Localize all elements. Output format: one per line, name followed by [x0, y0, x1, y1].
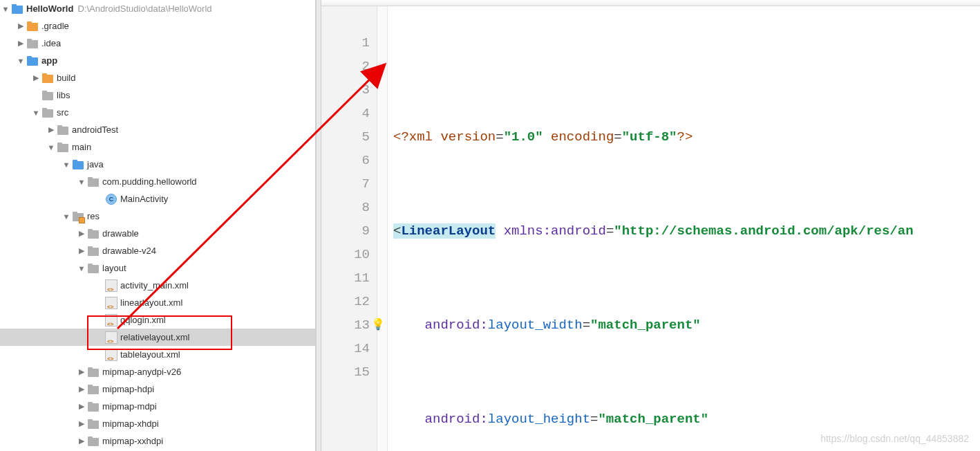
tree-item[interactable]: ▶tablelayout.xml [0, 346, 315, 363]
tree-item-label: androidTest [72, 125, 118, 135]
tree-item[interactable]: ▶build [0, 69, 315, 86]
editor-tab-strip [321, 0, 980, 6]
collapse-icon[interactable]: ▼ [61, 160, 72, 169]
svg-rect-19 [73, 160, 77, 163]
tree-item-label: linearlayout.xml [120, 297, 182, 308]
tree-item-label: .idea [41, 38, 61, 48]
svg-rect-39 [88, 436, 93, 439]
tree-item[interactable]: ▶mipmap-xxhdpi [0, 432, 315, 450]
tree-root-row[interactable]: ▼ HelloWorld D:\AndroidStudio\data\Hello… [0, 0, 315, 17]
expand-icon[interactable]: ▼ [0, 5, 11, 13]
folder-icon [41, 72, 54, 84]
code-editor[interactable]: 123456789101112131415 💡 <?xml version="1… [321, 0, 980, 451]
tree-item-label: mipmap-mdpi [102, 401, 157, 412]
tree-item-label: layout [102, 263, 126, 273]
svg-rect-29 [88, 264, 93, 266]
tree-item[interactable]: ▶drawable [0, 225, 315, 242]
svg-rect-33 [88, 385, 93, 387]
expand-icon[interactable]: ▶ [76, 385, 87, 394]
tree-item[interactable]: ▶androidTest [0, 121, 315, 138]
lightbulb-icon[interactable]: 💡 [371, 313, 385, 337]
svg-rect-7 [27, 56, 32, 59]
folder-icon [57, 124, 69, 136]
collapse-icon[interactable]: ▼ [46, 143, 57, 151]
expand-icon[interactable]: ▶ [46, 125, 57, 134]
project-panel[interactable]: ▼ HelloWorld D:\AndroidStudio\data\Hello… [0, 0, 316, 451]
svg-rect-1 [12, 4, 17, 7]
svg-rect-25 [88, 229, 93, 232]
collapse-icon[interactable]: ▼ [15, 57, 26, 65]
tree-item[interactable]: ▶relativelayout.xml [0, 329, 315, 346]
expand-icon[interactable]: ▶ [76, 367, 87, 376]
line-number: 3 [321, 78, 370, 102]
expand-icon[interactable]: ▶ [76, 436, 87, 445]
panel-splitter[interactable] [316, 0, 321, 451]
folder-icon [87, 383, 100, 396]
tree-item[interactable]: ▶linearlayout.xml [0, 294, 315, 311]
collapse-icon[interactable]: ▼ [76, 264, 87, 273]
tree-item[interactable]: ▼java [0, 156, 315, 173]
tree-item[interactable]: ▶.gradle [0, 17, 315, 35]
tree-item-label: mipmap-hdpi [102, 384, 154, 394]
tree-item[interactable]: ▼res [0, 208, 315, 225]
line-number: 1 [321, 31, 370, 55]
tree-item[interactable]: ▶CMainActivity [0, 190, 315, 208]
expand-icon[interactable]: ▶ [15, 39, 26, 48]
collapse-icon[interactable]: ▼ [61, 212, 72, 221]
folder-icon [72, 210, 84, 223]
svg-rect-21 [88, 177, 93, 180]
tree-item-label: com.pudding.helloworld [102, 176, 197, 187]
tree-item-label: libs [57, 90, 70, 100]
collapse-icon[interactable]: ▼ [30, 109, 41, 117]
expand-icon[interactable]: ▶ [76, 419, 87, 428]
line-number: 6 [321, 149, 370, 172]
tree-item[interactable]: ▼src [0, 104, 315, 121]
folder-icon [87, 176, 100, 188]
tree-item[interactable]: ▶mipmap-mdpi [0, 398, 315, 415]
tree-item-label: relativelayout.xml [120, 332, 189, 342]
ide-root: ▼ HelloWorld D:\AndroidStudio\data\Hello… [0, 0, 980, 451]
folder-icon [87, 366, 100, 378]
folder-icon [87, 401, 100, 413]
tree-item[interactable]: ▶qqlogin.xml [0, 311, 315, 329]
line-number-gutter: 123456789101112131415 [321, 6, 377, 451]
expand-icon[interactable]: ▶ [76, 402, 87, 411]
expand-icon[interactable]: ▶ [15, 21, 26, 30]
folder-icon [41, 107, 54, 119]
tree-item[interactable]: ▶libs [0, 86, 315, 104]
tree-item[interactable]: ▶mipmap-hdpi [0, 380, 315, 398]
svg-rect-35 [88, 402, 93, 405]
line-number: 13 [321, 313, 370, 337]
tree-item[interactable]: ▶drawable-v24 [0, 242, 315, 259]
project-icon [11, 3, 23, 15]
tree-item[interactable]: ▼layout [0, 259, 315, 277]
tree-item[interactable]: ▶activity_main.xml [0, 277, 315, 294]
svg-rect-5 [27, 39, 32, 42]
tree-item-label: tablelayout.xml [120, 349, 180, 360]
code-body[interactable]: 💡 <?xml version="1.0" encoding="utf-8"?>… [388, 6, 914, 451]
svg-rect-9 [42, 73, 47, 76]
tree-item[interactable]: ▶mipmap-xhdpi [0, 415, 315, 432]
tree-item[interactable]: ▼main [0, 138, 315, 156]
tree-item[interactable]: ▶.idea [0, 35, 315, 52]
tree-item-label: java [87, 159, 104, 169]
tree-item[interactable]: ▼com.pudding.helloworld [0, 173, 315, 190]
line-number: 14 [321, 337, 370, 360]
collapse-icon[interactable]: ▼ [76, 178, 87, 186]
expand-icon[interactable]: ▶ [76, 246, 87, 255]
tree-item[interactable]: ▼app [0, 52, 315, 69]
line-number: 10 [321, 243, 370, 266]
expand-icon[interactable]: ▶ [30, 73, 41, 82]
tree-item[interactable]: ▶mipmap-anydpi-v26 [0, 363, 315, 380]
folder-icon [26, 37, 39, 50]
svg-rect-23 [73, 212, 77, 214]
folder-icon [87, 435, 100, 448]
svg-rect-11 [42, 91, 47, 93]
tree-item-label: qqlogin.xml [120, 315, 166, 325]
tree-item-label: MainActivity [120, 194, 168, 204]
expand-icon[interactable]: ▶ [76, 229, 87, 238]
line-number: 9 [321, 219, 370, 243]
folder-icon [72, 158, 84, 171]
folder-icon [26, 55, 39, 67]
svg-rect-17 [57, 142, 62, 145]
